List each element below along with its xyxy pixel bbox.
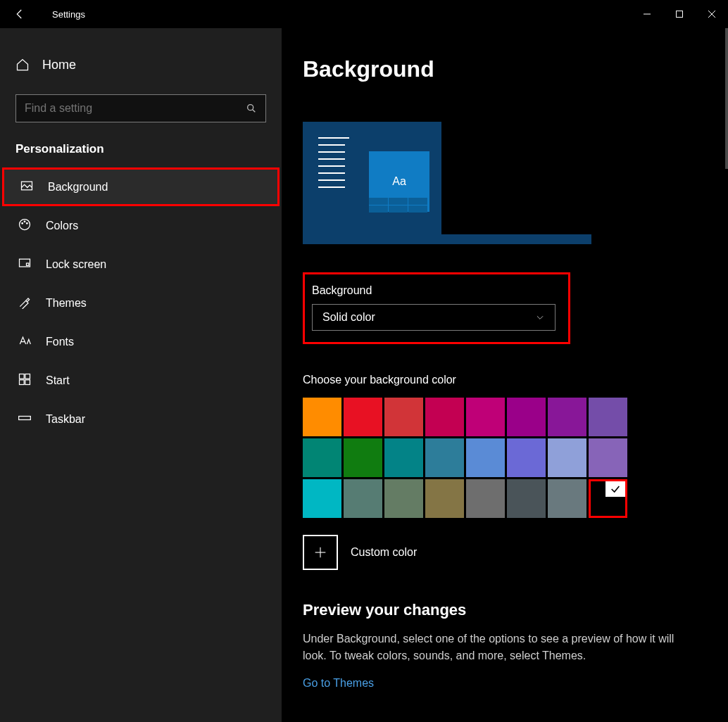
sidebar-item-label: Fonts [46,336,74,348]
sidebar-item-label: Lock screen [46,258,106,271]
color-grid [303,398,707,518]
background-dropdown-value: Solid color [322,311,375,324]
color-swatch[interactable] [425,398,464,436]
minimize-button[interactable] [631,4,663,25]
color-swatch[interactable] [507,398,546,436]
color-swatch[interactable] [466,479,505,518]
sidebar-item-lock-screen[interactable]: Lock screen [2,245,280,284]
sidebar-item-label: Colors [46,220,78,232]
home-icon [15,58,30,72]
color-swatch[interactable] [303,479,341,518]
sidebar-item-background[interactable]: Background [2,167,280,206]
color-swatch[interactable] [344,398,382,436]
go-to-themes-link[interactable]: Go to Themes [303,677,374,690]
color-swatch[interactable] [548,398,586,436]
color-swatch[interactable] [425,438,464,477]
search-box[interactable] [15,94,266,122]
svg-rect-16 [25,379,30,384]
svg-point-8 [22,222,23,224]
sidebar-item-label: Themes [46,297,87,310]
svg-point-9 [24,221,25,222]
svg-rect-1 [677,11,683,18]
color-swatch[interactable] [589,479,627,518]
search-icon [246,103,257,114]
home-label: Home [42,58,76,72]
lock-screen-icon [18,256,32,273]
color-swatch[interactable] [384,438,423,477]
svg-point-4 [248,105,253,110]
color-swatch[interactable] [344,438,382,477]
background-setting-group: Background Solid color [303,272,570,344]
search-input[interactable] [25,102,246,115]
color-swatch[interactable] [507,479,546,518]
color-swatch[interactable] [425,479,464,518]
sidebar-item-label: Taskbar [46,413,85,426]
sidebar-item-themes[interactable]: Themes [2,284,280,322]
preview-changes-description: Under Background, select one of the opti… [303,631,697,664]
preview-changes-heading: Preview your changes [303,601,707,619]
fonts-icon [18,334,32,350]
content-area: Background Aa Background Solid color Cho… [282,28,728,722]
chevron-down-icon [535,312,545,322]
taskbar-icon [18,411,32,428]
close-button[interactable] [696,4,728,25]
svg-rect-12 [27,263,29,265]
sidebar-item-colors[interactable]: Colors [2,206,280,245]
svg-line-5 [253,110,256,113]
color-swatch[interactable] [548,438,586,477]
window-title: Settings [52,9,85,20]
back-button[interactable] [8,3,31,25]
title-bar: Settings [0,0,728,28]
sidebar-item-label: Start [46,374,70,387]
home-nav[interactable]: Home [0,45,282,84]
themes-icon [18,295,32,312]
checkmark-icon [605,481,625,497]
choose-color-label: Choose your background color [303,374,707,386]
color-swatch[interactable] [384,398,423,436]
color-swatch[interactable] [466,398,505,436]
palette-icon [18,217,32,234]
color-swatch[interactable] [548,479,586,518]
background-label: Background [312,284,561,297]
color-swatch[interactable] [303,438,341,477]
svg-rect-13 [20,374,25,379]
color-swatch[interactable] [589,438,627,477]
picture-icon [20,179,34,196]
svg-rect-14 [25,374,30,379]
color-swatch[interactable] [466,438,505,477]
maximize-button[interactable] [663,4,696,25]
sidebar-item-label: Background [48,181,108,194]
sidebar-item-taskbar[interactable]: Taskbar [2,400,280,438]
custom-color-label: Custom color [351,546,417,559]
custom-color-button[interactable] [303,535,338,570]
color-swatch[interactable] [589,398,627,436]
sidebar-item-start[interactable]: Start [2,361,280,400]
color-swatch[interactable] [344,479,382,518]
page-title: Background [303,56,707,82]
svg-rect-17 [19,416,31,419]
plus-icon [313,545,328,560]
background-dropdown[interactable]: Solid color [312,304,556,331]
color-swatch[interactable] [303,398,341,436]
section-title: Personalization [0,139,282,167]
sidebar: Home Personalization BackgroundColorsLoc… [0,28,282,722]
start-icon [18,372,32,389]
desktop-preview: Aa [303,122,707,244]
color-swatch[interactable] [507,438,546,477]
color-swatch[interactable] [384,479,423,518]
svg-point-10 [27,222,28,224]
scrollbar[interactable] [725,28,728,169]
svg-rect-15 [20,379,25,384]
sidebar-item-fonts[interactable]: Fonts [2,322,280,361]
